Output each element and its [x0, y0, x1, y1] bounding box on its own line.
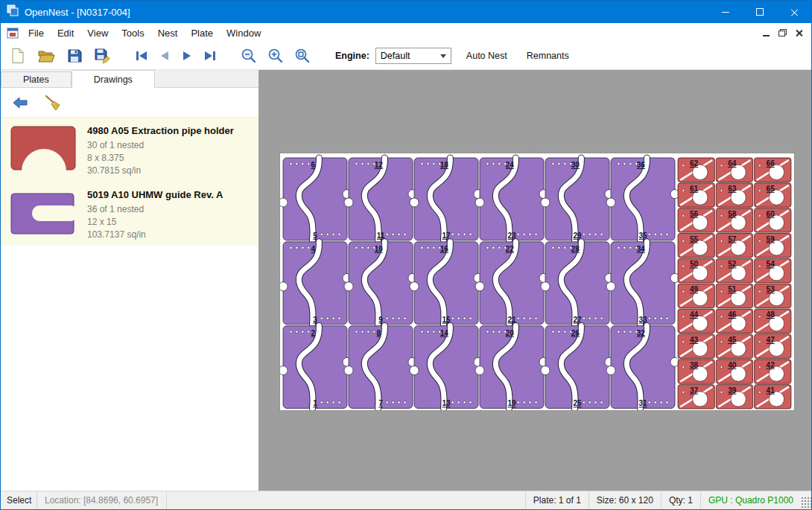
part-number: 31 [638, 399, 647, 407]
auto-nest-button[interactable]: Auto Nest [462, 48, 512, 64]
nest-pair-purple[interactable]: 87 [344, 326, 417, 409]
menu-nest[interactable]: Nest [151, 25, 185, 42]
part-area: 103.7137 sq/in [87, 229, 223, 241]
nest-pair-red[interactable]: 5453 [755, 258, 791, 307]
next-plate-button[interactable] [179, 45, 195, 67]
document-window-icon[interactable] [7, 28, 19, 39]
part-list-item-red[interactable]: 4980 A05 Extraction pipe holder 30 of 1 … [1, 118, 258, 182]
clear-drawings-button[interactable] [41, 92, 65, 114]
part-number: 32 [637, 329, 646, 337]
zoom-out-icon [241, 48, 257, 64]
nest-pair-red[interactable]: 5857 [716, 208, 752, 258]
part-number: 21 [507, 316, 516, 324]
nest-pair-purple[interactable]: 2423 [475, 158, 548, 240]
nest-pair-red[interactable]: 6665 [755, 158, 791, 207]
tab-plates[interactable]: Plates [1, 71, 72, 87]
part-number: 38 [690, 361, 699, 369]
part-number: 30 [571, 161, 580, 169]
engine-select[interactable]: Default [375, 48, 451, 64]
first-plate-button[interactable] [133, 45, 150, 67]
menu-plate[interactable]: Plate [184, 25, 220, 42]
zoom-out-button[interactable] [238, 45, 259, 67]
nest-svg: 6512111817242330293635431091615222128273… [280, 153, 794, 410]
nest-pair-red[interactable]: 6261 [678, 158, 714, 207]
part-number: 57 [728, 235, 737, 243]
maximize-button[interactable] [743, 1, 777, 23]
nest-pair-purple[interactable]: 65 [280, 158, 352, 240]
status-mode: Select [1, 491, 37, 509]
resize-grip[interactable] [801, 497, 811, 509]
nest-pair-red[interactable]: 5251 [716, 258, 752, 307]
part-number: 10 [375, 245, 384, 253]
open-button[interactable] [35, 45, 57, 67]
part-number: 51 [728, 285, 737, 293]
nest-pair-red[interactable]: 4847 [755, 309, 791, 358]
nest-pair-red[interactable]: 4443 [678, 309, 714, 358]
previous-plate-button[interactable] [156, 45, 173, 67]
zoom-in-button[interactable] [265, 45, 286, 67]
nest-pair-red[interactable]: 5655 [678, 208, 714, 258]
nest-pair-purple[interactable]: 109 [344, 242, 417, 325]
nest-pair-red[interactable]: 5049 [678, 258, 714, 307]
close-button[interactable] [777, 1, 811, 23]
part-number: 65 [767, 185, 775, 193]
nest-pair-purple[interactable]: 2221 [475, 242, 548, 325]
part-number: 3 [313, 316, 317, 324]
nest-pair-purple[interactable]: 2625 [541, 326, 614, 409]
remnants-button[interactable]: Remnants [522, 48, 574, 64]
part-number: 33 [638, 316, 647, 324]
nest-pair-red[interactable]: 3837 [678, 360, 714, 409]
nest-pair-purple[interactable]: 2827 [541, 242, 614, 325]
part-number: 63 [728, 185, 737, 193]
window-title: OpenNest - [N0317-004] [25, 7, 130, 18]
save-button[interactable] [65, 45, 84, 67]
toolbar: Engine: Default Auto Nest Remnants [1, 42, 811, 70]
last-plate-button[interactable] [201, 45, 219, 67]
plate[interactable]: 6512111817242330293635431091615222128273… [280, 153, 794, 410]
save-as-icon [94, 48, 111, 64]
part-number: 25 [573, 399, 582, 407]
part-number: 15 [442, 316, 451, 324]
nest-pair-red[interactable]: 6463 [716, 158, 752, 207]
part-nested-count: 36 of 1 nested [87, 203, 223, 216]
close-icon [790, 8, 799, 16]
zoom-fit-button[interactable] [292, 45, 313, 67]
minimize-button[interactable] [708, 1, 743, 23]
mdi-restore-button[interactable] [774, 25, 790, 40]
menu-view[interactable]: View [80, 25, 115, 42]
part-number: 55 [690, 235, 699, 243]
part-title: 4980 A05 Extraction pipe holder [87, 125, 234, 136]
nest-pair-purple[interactable]: 1413 [410, 326, 483, 409]
zoom-fit-icon [294, 48, 311, 64]
nest-canvas[interactable]: 6512111817242330293635431091615222128273… [258, 70, 811, 491]
nest-pair-purple[interactable]: 3635 [606, 158, 679, 240]
nest-pair-purple[interactable]: 1615 [410, 242, 483, 325]
menu-window[interactable]: Window [220, 25, 267, 42]
nest-pair-purple[interactable]: 1817 [410, 158, 483, 240]
menu-tools[interactable]: Tools [115, 25, 150, 42]
mdi-minimize-button[interactable] [758, 25, 774, 40]
menu-edit[interactable]: Edit [51, 25, 80, 42]
nest-pair-purple[interactable]: 21 [280, 326, 352, 409]
save-as-button[interactable] [92, 45, 113, 67]
part-number: 58 [728, 210, 737, 218]
nest-pair-purple[interactable]: 3231 [606, 326, 679, 409]
mdi-close-button[interactable] [790, 25, 807, 40]
nest-pair-purple[interactable]: 2019 [475, 326, 548, 409]
nest-pair-purple[interactable]: 1211 [344, 158, 417, 240]
nest-pair-red[interactable]: 6059 [755, 208, 791, 258]
import-drawing-button[interactable] [8, 92, 32, 114]
part-number: 20 [506, 329, 515, 337]
blue-arrow-icon [11, 95, 29, 110]
nest-pair-red[interactable]: 4241 [755, 360, 791, 409]
nest-pair-red[interactable]: 4645 [716, 309, 752, 358]
new-button[interactable] [8, 45, 28, 67]
nest-pair-purple[interactable]: 3029 [541, 158, 614, 240]
nest-pair-purple[interactable]: 3433 [606, 242, 679, 325]
part-list-item-purple[interactable]: 5019 A10 UHMW guide Rev. A 36 of 1 neste… [1, 182, 258, 246]
nest-pair-purple[interactable]: 43 [280, 242, 352, 325]
nest-pair-red[interactable]: 4039 [716, 360, 752, 409]
menu-file[interactable]: File [22, 25, 51, 42]
part-number: 49 [690, 285, 699, 293]
tab-drawings[interactable]: Drawings [72, 70, 155, 88]
